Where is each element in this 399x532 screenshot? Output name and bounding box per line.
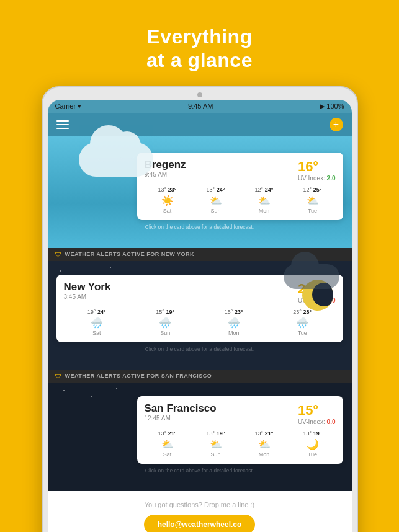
bregenz-day-3: 12° 24° ⛅ Mon xyxy=(241,187,287,214)
hero-section: Everything at a glance xyxy=(146,25,253,73)
cloud-decoration xyxy=(79,143,153,177)
newyork-alert-text: WEATHER ALERTS ACTIVE FOR NEW YORK xyxy=(65,251,195,257)
alert-icon: 🛡 xyxy=(55,251,61,258)
add-button[interactable]: + xyxy=(330,118,343,131)
tablet-frame: Carrier ▾ 9:45 AM ▶ 100% + Bregenz 9:45 … xyxy=(42,86,358,532)
newyork-card[interactable]: New York 3:45 AM 20° UV-Index: 0.0 19° 2… xyxy=(48,261,352,370)
sf-alert-bar: 🛡 WEATHER ALERTS ACTIVE FOR SAN FRANCISC… xyxy=(48,370,352,383)
sf-alert-text: WEATHER ALERTS ACTIVE FOR SAN FRANCISCO xyxy=(65,373,212,379)
newyork-hint: Click on the card above for a detailed f… xyxy=(56,346,343,355)
bregenz-uv: UV-Index: 2.0 xyxy=(298,175,336,182)
time-label: 9:45 AM xyxy=(188,102,213,110)
bregenz-temp: 16° xyxy=(298,159,336,175)
carrier-label: Carrier ▾ xyxy=(55,102,82,110)
newyork-day-2: 15° 19° 🌧️ Sun xyxy=(132,309,199,336)
hero-line1: Everything xyxy=(146,25,253,48)
camera-dot xyxy=(197,92,202,97)
sf-day-2: 13° 19° ⛅ Sun xyxy=(193,430,239,458)
status-bar: Carrier ▾ 9:45 AM ▶ 100% xyxy=(48,100,352,113)
star xyxy=(141,283,142,284)
night-cloud xyxy=(284,264,339,289)
tablet-screen: Carrier ▾ 9:45 AM ▶ 100% + Bregenz 9:45 … xyxy=(48,100,352,532)
menu-icon[interactable] xyxy=(56,120,69,129)
newyork-day-4: 23° 28° 🌧️ Tue xyxy=(269,309,336,336)
sf-day-1: 13° 21° ⛅ Sat xyxy=(145,430,191,458)
bregenz-day-1: 13° 23° ☀️ Sat xyxy=(145,187,191,214)
newyork-time: 3:45 AM xyxy=(64,293,111,300)
sf-day-4: 13° 19° 🌙 Tue xyxy=(290,430,336,458)
questions-text: You got questions? Drop me a line :) xyxy=(58,501,342,508)
battery-label: ▶ 100% xyxy=(320,102,344,110)
bregenz-card[interactable]: Bregenz 9:45 AM 16° UV-Index: 2.0 13° 23… xyxy=(48,136,352,248)
sf-alert-icon: 🛡 xyxy=(55,373,61,379)
sf-uv: UV-Index: 0.0 xyxy=(298,419,336,425)
bregenz-weather-card: Bregenz 9:45 AM 16° UV-Index: 2.0 13° 23… xyxy=(137,153,343,220)
star xyxy=(110,267,111,268)
sf-weather-card: San Francisco 12:45 AM 15° UV-Index: 0.0… xyxy=(137,396,343,464)
newyork-forecast: 19° 24° 🌧️ Sat 15° 19° 🌧️ Sun 15° 23° 🌧️… xyxy=(64,309,336,336)
sf-card[interactable]: San Francisco 12:45 AM 15° UV-Index: 0.0… xyxy=(48,383,352,491)
star xyxy=(60,270,61,272)
bregenz-day-2: 13° 24° ⛅ Sun xyxy=(193,187,239,214)
newyork-day-1: 19° 24° 🌧️ Sat xyxy=(64,309,130,336)
newyork-day-3: 15° 23° 🌧️ Mon xyxy=(201,309,267,336)
star xyxy=(91,396,92,397)
bottom-section: You got questions? Drop me a line :) hel… xyxy=(48,491,352,532)
hero-line2: at a glance xyxy=(146,48,253,72)
sf-temp: 15° xyxy=(298,402,336,419)
sf-city: San Francisco xyxy=(145,402,217,415)
email-button[interactable]: hello@weatherwheel.co xyxy=(144,515,256,532)
star xyxy=(85,277,86,278)
star xyxy=(63,390,65,391)
bregenz-hint: Click on the card above for a detailed f… xyxy=(56,224,343,233)
sf-hint: Click on the card above for a detailed f… xyxy=(56,468,343,476)
star xyxy=(116,388,117,389)
sf-forecast: 13° 21° ⛅ Sat 13° 19° ⛅ Sun 13° 21° ⛅ Mo… xyxy=(145,430,336,458)
bregenz-forecast: 13° 23° ☀️ Sat 13° 24° ⛅ Sun 12° 24° ⛅ M… xyxy=(145,187,336,214)
sf-day-3: 13° 21° ⛅ Mon xyxy=(241,430,287,458)
sf-time: 12:45 AM xyxy=(145,415,217,422)
bregenz-day-4: 12° 25° ⛅ Tue xyxy=(290,187,336,214)
newyork-city: New York xyxy=(64,281,111,293)
